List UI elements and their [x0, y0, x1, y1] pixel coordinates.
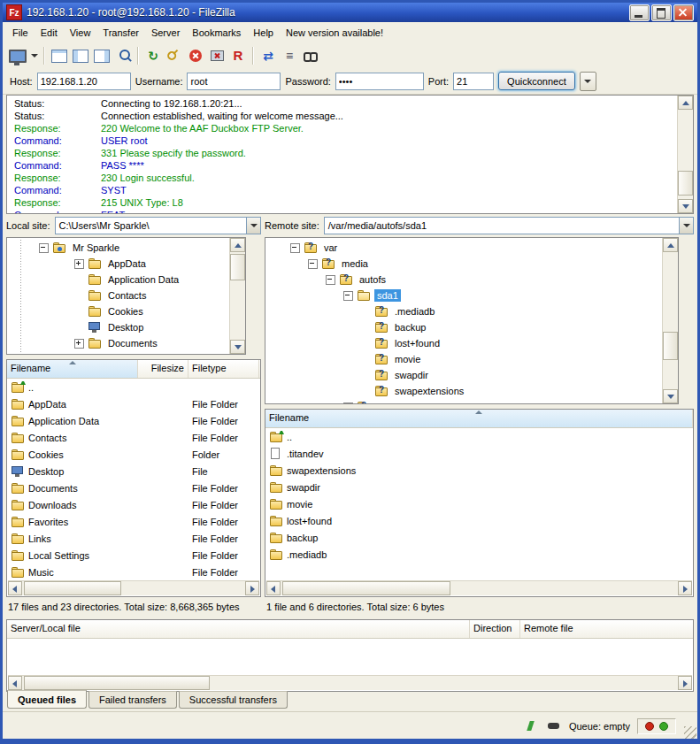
menu-new-version[interactable]: New version available!	[280, 25, 389, 41]
close-button[interactable]	[673, 4, 694, 21]
scroll-left-button[interactable]	[8, 676, 22, 690]
tree-item[interactable]: Documents	[7, 335, 229, 351]
site-manager-dropdown[interactable]	[28, 46, 40, 65]
file-row[interactable]: lost+found	[265, 512, 693, 529]
remote-tree-scrollbar[interactable]	[662, 238, 678, 403]
remote-list-hscrollbar[interactable]	[266, 580, 692, 595]
tree-item[interactable]: ? swapdir	[265, 367, 662, 383]
sync-browsing-button[interactable]: ⇄	[258, 46, 279, 65]
host-input[interactable]	[37, 73, 131, 90]
column-header-direction[interactable]: Direction	[470, 620, 520, 638]
site-manager-button[interactable]	[7, 46, 28, 65]
collapse-toggle[interactable]	[308, 259, 318, 269]
reconnect-button[interactable]: R	[227, 46, 249, 65]
scroll-left-button[interactable]	[266, 581, 281, 595]
collapse-toggle[interactable]	[326, 275, 335, 285]
column-header-filetype[interactable]: Filetype	[188, 360, 259, 378]
combo-dropdown-button[interactable]	[679, 218, 693, 234]
speed-limit-icon[interactable]	[523, 719, 539, 733]
column-header-server-local-file[interactable]: Server/Local file	[7, 620, 470, 638]
menu-transfer[interactable]: Transfer	[96, 25, 145, 41]
log-scrollbar[interactable]	[677, 96, 693, 213]
scroll-up-button[interactable]	[230, 238, 245, 252]
file-row[interactable]: Desktop File	[7, 463, 260, 479]
tree-item[interactable]: ? media	[265, 256, 662, 272]
menu-bookmarks[interactable]: Bookmarks	[186, 25, 247, 41]
tree-item[interactable]: ? .mediadb	[265, 303, 662, 319]
local-tree-scrollbar[interactable]	[229, 238, 245, 354]
password-input[interactable]	[335, 73, 424, 90]
scroll-up-button[interactable]	[678, 96, 693, 110]
collapse-toggle[interactable]	[39, 243, 49, 253]
tree-item[interactable]: ? var	[265, 240, 662, 256]
queue-hscrollbar[interactable]	[8, 675, 692, 690]
file-row[interactable]: Contacts File Folder	[7, 429, 260, 446]
local-site-combo[interactable]: C:\Users\Mr Sparkle\	[55, 217, 261, 234]
file-row[interactable]: backup	[265, 529, 693, 546]
file-row[interactable]: Music File Folder	[7, 564, 260, 580]
toggle-log-button[interactable]	[49, 46, 70, 65]
file-row[interactable]: movie	[265, 495, 693, 512]
menu-file[interactable]: File	[6, 25, 35, 41]
scroll-left-button[interactable]	[8, 581, 22, 595]
scroll-right-button[interactable]	[245, 581, 259, 595]
maximize-button[interactable]	[651, 4, 672, 21]
column-header-filesize[interactable]: Filesize	[138, 360, 188, 378]
expand-toggle[interactable]	[74, 339, 84, 349]
process-queue-button[interactable]	[164, 46, 185, 65]
menu-server[interactable]: Server	[145, 25, 186, 41]
disconnect-button[interactable]	[206, 46, 227, 65]
file-row[interactable]: AppData File Folder	[7, 395, 260, 412]
menu-view[interactable]: View	[64, 25, 97, 41]
refresh-button[interactable]: ↻	[142, 46, 164, 65]
tree-item[interactable]: ? autofs	[265, 272, 662, 288]
scroll-thumb[interactable]	[663, 332, 678, 360]
toggle-local-tree-button[interactable]	[70, 46, 91, 65]
combo-dropdown-button[interactable]	[246, 218, 260, 234]
file-row[interactable]: Local Settings File Folder	[7, 547, 260, 564]
scroll-right-button[interactable]	[678, 581, 692, 595]
file-row[interactable]: swapextensions	[265, 462, 693, 479]
file-row[interactable]: ..	[7, 379, 260, 395]
collapse-toggle[interactable]	[343, 291, 353, 301]
menu-help[interactable]: Help	[247, 25, 280, 41]
tree-item-selected[interactable]: sda1	[265, 288, 662, 303]
tree-item[interactable]: ? dvd	[265, 399, 662, 403]
file-row[interactable]: .mediadb	[265, 546, 693, 563]
tree-item[interactable]: Desktop	[7, 319, 229, 335]
scroll-thumb[interactable]	[230, 254, 245, 280]
tree-item[interactable]: Mr Sparkle	[7, 240, 229, 256]
tree-item[interactable]: ? backup	[265, 319, 662, 335]
cancel-button[interactable]	[185, 46, 206, 65]
scroll-down-button[interactable]	[663, 389, 678, 403]
toggle-remote-tree-button[interactable]	[91, 46, 112, 65]
scroll-down-button[interactable]	[230, 340, 245, 354]
expand-toggle[interactable]	[343, 403, 353, 404]
scroll-thumb[interactable]	[24, 676, 210, 690]
column-header-filename[interactable]: Filename	[265, 410, 693, 427]
collapse-toggle[interactable]	[290, 243, 300, 253]
toggle-queue-button[interactable]	[112, 46, 134, 65]
file-row[interactable]: Favorites File Folder	[7, 513, 260, 530]
tree-item[interactable]: ? lost+found	[265, 335, 662, 351]
tab-queued-files[interactable]: Queued files	[7, 690, 87, 709]
file-row[interactable]: Application Data File Folder	[7, 412, 260, 429]
tree-item[interactable]: ? movie	[265, 351, 662, 367]
tree-item[interactable]: Contacts	[7, 288, 229, 303]
tree-item[interactable]: AppData	[7, 256, 229, 272]
tree-item[interactable]: Cookies	[7, 303, 229, 319]
filters-icon[interactable]	[546, 719, 562, 733]
column-header-filename[interactable]: Filename	[7, 360, 138, 378]
tree-item[interactable]: Downloads	[7, 351, 229, 354]
scroll-thumb[interactable]	[678, 171, 693, 196]
file-row[interactable]: ..	[265, 428, 693, 445]
tab-successful-transfers[interactable]: Successful transfers	[179, 691, 288, 709]
find-files-button[interactable]	[300, 46, 321, 65]
tree-item[interactable]: Application Data	[7, 272, 229, 288]
port-input[interactable]	[453, 73, 494, 90]
file-row[interactable]: swapdir	[265, 479, 693, 495]
quickconnect-button[interactable]: Quickconnect	[498, 72, 575, 90]
column-header-remote-file[interactable]: Remote file	[520, 620, 693, 638]
file-row[interactable]: .titandev	[265, 445, 693, 462]
username-input[interactable]	[187, 73, 281, 90]
